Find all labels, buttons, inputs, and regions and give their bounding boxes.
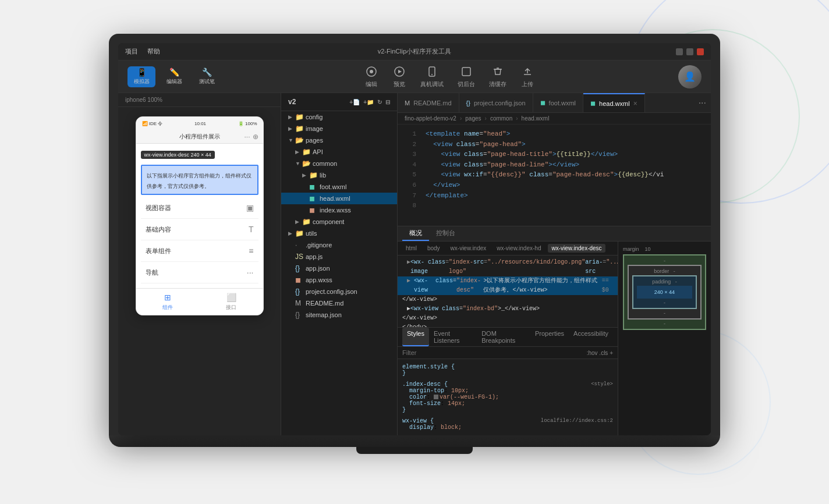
phone-menu-item-1[interactable]: 视图容器 ▣ [141,197,258,219]
close-button[interactable] [697,48,704,55]
new-file-icon[interactable]: +📄 [349,99,360,105]
tab-foot-wxml[interactable]: ◼ foot.wxml [533,93,583,112]
laptop-screen: 项目 帮助 v2-FinClip小程序开发工具 📱 模拟器 [118,43,711,435]
breadcrumb-1[interactable]: fino-applet-demo-v2 [405,115,456,122]
nav-item-component[interactable]: ⊞ 组件 [136,289,200,315]
styles-tab-properties[interactable]: Properties [530,328,569,346]
more-dots[interactable]: ··· [244,133,250,141]
tree-item-app-json[interactable]: {} app.json [281,262,397,274]
tab-close-head[interactable]: × [633,100,637,108]
filter-bar: :hov .cls + [398,347,618,359]
close-btn[interactable]: ⊕ [253,133,258,141]
label-image: image [306,125,323,132]
tree-item-index-wxss[interactable]: ◼ index.wxss [281,204,397,216]
box-border-bottom: - [631,310,698,316]
tree-item-sitemap[interactable]: {} sitemap.json [281,309,397,321]
label-app-json: app.json [306,265,330,272]
styles-tab-breakpoints[interactable]: DOM Breakpoints [477,328,530,346]
test-icon: 🔧 [202,68,211,77]
tree-item-config[interactable]: ▶ 📁 config [281,111,397,123]
code-lines: 1 <template name="head"> 2 <view class="… [398,125,711,226]
box-padding-label: padding - [636,279,693,285]
menu-item-label-1: 视图容器 [146,204,171,212]
breadcrumb-4[interactable]: head.wxml [522,115,550,122]
tree-item-component[interactable]: ▶ 📁 component [281,216,397,228]
nav-item-interface[interactable]: ⬜ 接口 [200,289,263,315]
tree-item-gitignore[interactable]: · .gitignore [281,239,397,251]
action-edit[interactable]: 编辑 [364,65,378,88]
dom-tab-wx-view-desc[interactable]: wx-view.index-desc [548,244,605,253]
action-background[interactable]: 切后台 [458,65,475,88]
dom-tab-body[interactable]: body [424,244,444,253]
refresh-icon[interactable]: ↻ [377,99,382,105]
styles-tab-accessibility[interactable]: Accessibility [569,328,613,346]
phone-menu-item-2[interactable]: 基础内容 T [141,219,258,240]
preview-icon [392,65,406,79]
dom-tab-wx-view-hd[interactable]: wx-view.index-hd [493,244,544,253]
minimize-button[interactable] [676,48,683,55]
menu-project[interactable]: 项目 [125,47,138,56]
tab-head-wxml[interactable]: ◼ head.wxml × [583,93,645,112]
tree-item-foot-wxml[interactable]: ◼ foot.wxml [281,181,397,193]
maximize-button[interactable] [686,48,693,55]
collapse-icon[interactable]: ⊟ [385,99,390,105]
tree-item-pages[interactable]: ▼ 📂 pages [281,134,397,146]
arrow-pages: ▼ [288,137,295,143]
simulator-button[interactable]: 📱 模拟器 [127,66,155,87]
styles-tab-events[interactable]: Event Listeners [429,328,477,346]
new-folder-icon[interactable]: +📁 [363,99,374,105]
tab-more[interactable]: ··· [694,98,711,108]
bottom-tab-overview[interactable]: 概况 [402,226,429,241]
file-icon-gitignore: · [295,241,303,249]
filter-input[interactable] [402,349,582,356]
tree-item-api[interactable]: ▶ 📁 API [281,146,397,158]
tree-item-common[interactable]: ▼ 📂 common [281,158,397,169]
dom-line-5: </wx-view> [398,314,618,323]
dom-tab-wx-view-index[interactable]: wx-view.index [447,244,490,253]
action-real-device[interactable]: 真机调试 [420,65,444,88]
tree-item-app-wxss[interactable]: ◼ app.wxss [281,274,397,286]
folder-icon-image: 📁 [295,125,303,133]
test-button[interactable]: 🔧 测试笔 [193,66,221,87]
breadcrumb-3[interactable]: common [490,115,512,122]
code-area[interactable]: 1 <template name="head"> 2 <view class="… [398,125,711,226]
arrow-utils: ▶ [288,230,295,236]
action-real-device-label: 真机调试 [420,80,444,88]
tree-item-utils[interactable]: ▶ 📁 utils [281,228,397,239]
action-clear-cache[interactable]: 清缓存 [489,65,506,88]
tree-item-project-json[interactable]: {} project.config.json [281,286,397,297]
label-common: common [313,160,337,167]
tab-project-json[interactable]: {} project.config.json [459,93,533,112]
folder-icon-pages: 📂 [295,136,303,144]
styles-tab-styles[interactable]: Styles [402,328,429,346]
user-avatar[interactable]: 👤 [678,65,702,88]
tree-item-head-wxml[interactable]: ◼ head.wxml [281,193,397,204]
tab-readme-label: README.md [413,100,451,107]
file-icon-index-wxss: ◼ [309,206,317,214]
filetree-panel: v2 +📄 +📁 ↻ ⊟ ▶ 📁 config [281,93,398,435]
dom-tab-html[interactable]: html [402,244,420,253]
menu-help[interactable]: 帮助 [147,47,160,56]
menu-item-label-3: 表单组件 [146,247,171,255]
tab-head-icon: ◼ [590,100,596,107]
bottom-tab-console[interactable]: 控制台 [429,226,462,241]
tree-item-lib[interactable]: ▶ 📁 lib [281,169,397,181]
action-upload[interactable]: 上传 [520,65,534,88]
editor-button[interactable]: ✏️ 编辑器 [160,66,188,87]
phone-menu-item-4[interactable]: 导航 ··· [141,262,258,283]
tree-item-app-js[interactable]: JS app.js [281,251,397,262]
filter-hints: :hov .cls + [587,350,613,356]
label-lib: lib [320,172,326,179]
label-head-wxml: head.wxml [320,195,350,202]
tree-item-readme[interactable]: M README.md [281,297,397,309]
status-right: 🔋 100% [238,121,257,126]
tab-readme[interactable]: M README.md [398,93,459,112]
style-rule-element: element.style { } [402,364,613,377]
action-preview[interactable]: 预览 [392,65,406,88]
box-padding: padding - 240 × 44 - [632,275,697,309]
dom-line-2[interactable]: ▶ <wx-view class="index-desc">以下将展示小程序官方… [398,276,618,295]
breadcrumb-2[interactable]: pages [465,115,481,122]
tree-item-image[interactable]: ▶ 📁 image [281,123,397,134]
phone-menu-item-3[interactable]: 表单组件 ≡ [141,240,258,262]
laptop-stand [356,447,473,454]
